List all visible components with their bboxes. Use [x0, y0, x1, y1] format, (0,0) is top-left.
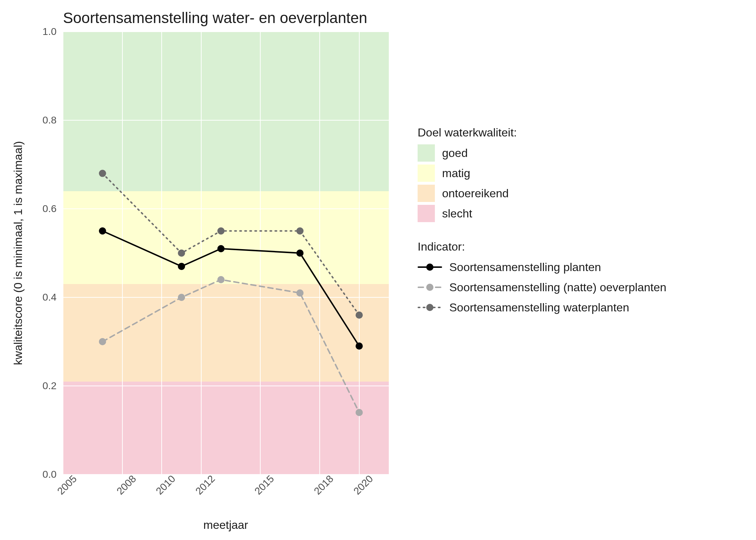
- legend-series-group: Indicator: Soortensamenstelling plantenS…: [418, 240, 666, 316]
- legend-series-title: Indicator:: [418, 240, 666, 253]
- legend-series-symbol: [418, 299, 442, 316]
- data-point: [217, 245, 225, 252]
- x-axis-tick-label: 2010: [154, 473, 178, 497]
- legend-swatch: [418, 185, 435, 202]
- legend-series-label: Soortensamenstelling planten: [449, 261, 601, 274]
- y-axis-tick-label: 1.0: [42, 26, 63, 37]
- legend-series-symbol: [418, 279, 442, 296]
- legend-band-item: matig: [418, 165, 666, 182]
- data-point: [178, 263, 185, 270]
- data-point: [356, 311, 363, 319]
- data-point: [178, 294, 185, 301]
- x-axis-tick-label: 2015: [252, 473, 276, 497]
- data-point: [217, 228, 225, 235]
- series-line: [103, 174, 359, 315]
- y-axis-tick-label: 0.4: [42, 292, 63, 303]
- data-point: [296, 289, 303, 297]
- legend-bands-title: Doel waterkwaliteit:: [418, 126, 666, 139]
- legend-swatch: [418, 144, 435, 162]
- y-axis-tick-label: 0.8: [42, 114, 63, 126]
- y-axis-tick-label: 0.2: [42, 380, 63, 392]
- legend: Doel waterkwaliteit: goedmatigontoereike…: [418, 126, 666, 334]
- legend-band-label: goed: [442, 147, 468, 160]
- legend-bands-group: Doel waterkwaliteit: goedmatigontoereike…: [418, 126, 666, 222]
- legend-band-label: slecht: [442, 207, 472, 220]
- chart-title: Soortensamenstelling water- en oeverplan…: [63, 9, 367, 27]
- legend-swatch: [418, 165, 435, 182]
- legend-series-item: Soortensamenstelling (natte) oeverplante…: [418, 279, 666, 296]
- y-axis-tick-label: 0.0: [42, 469, 63, 480]
- legend-series-item: Soortensamenstelling waterplanten: [418, 299, 666, 316]
- x-axis-tick-label: 2012: [193, 473, 217, 497]
- x-axis-label: meetjaar: [203, 518, 248, 532]
- legend-swatch: [418, 205, 435, 222]
- legend-band-label: ontoereikend: [442, 187, 509, 200]
- data-point: [356, 409, 363, 416]
- legend-band-label: matig: [442, 167, 470, 180]
- svg-point-3: [426, 284, 433, 291]
- series-line: [103, 231, 359, 346]
- legend-band-item: slecht: [418, 205, 666, 222]
- plot-panel: 0.00.20.40.60.81.02005200820102012201520…: [63, 32, 389, 474]
- legend-band-item: ontoereikend: [418, 185, 666, 202]
- y-axis-tick-label: 0.6: [42, 203, 63, 215]
- data-point: [178, 249, 185, 257]
- data-point: [99, 338, 106, 345]
- plot-svg: [63, 32, 389, 474]
- data-point: [356, 342, 363, 350]
- legend-series-item: Soortensamenstelling planten: [418, 258, 666, 276]
- data-point: [99, 228, 106, 235]
- svg-point-1: [426, 264, 433, 271]
- y-axis-label: kwaliteitscore (0 is minimaal, 1 is maxi…: [12, 141, 25, 365]
- data-point: [296, 228, 303, 235]
- legend-band-item: goed: [418, 144, 666, 162]
- x-axis-tick-label: 2008: [114, 473, 139, 497]
- svg-point-5: [426, 304, 433, 311]
- legend-series-symbol: [418, 258, 442, 276]
- x-axis-tick-label: 2018: [312, 473, 336, 497]
- data-point: [296, 249, 303, 257]
- legend-series-label: Soortensamenstelling waterplanten: [449, 301, 629, 314]
- data-point: [99, 170, 106, 177]
- series-line: [103, 280, 359, 413]
- legend-series-label: Soortensamenstelling (natte) oeverplante…: [449, 281, 666, 294]
- data-point: [217, 276, 225, 283]
- x-axis-tick-label: 2020: [351, 473, 375, 497]
